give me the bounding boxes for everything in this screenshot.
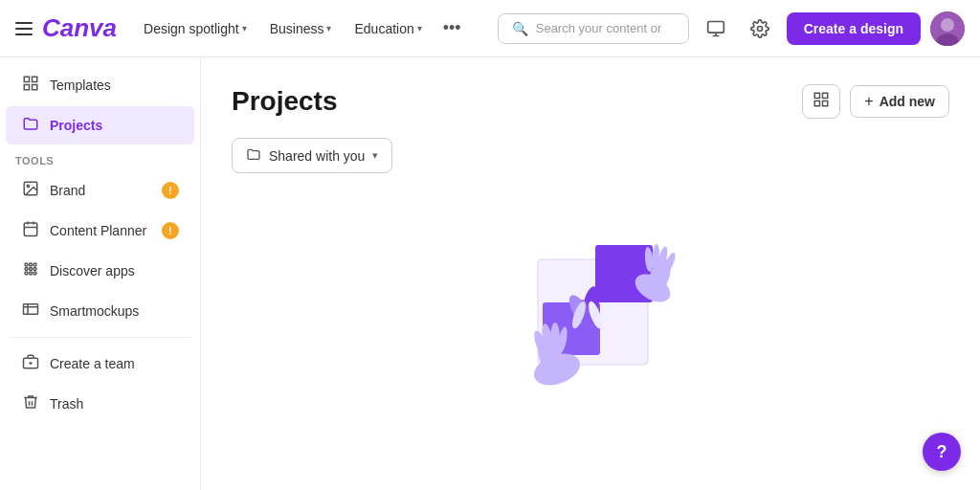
sidebar-item-label: Smartmockups — [50, 303, 179, 319]
svg-point-16 — [30, 263, 33, 266]
svg-rect-24 — [24, 304, 38, 315]
create-team-icon — [21, 353, 40, 374]
help-button[interactable]: ? — [923, 433, 961, 471]
add-new-label: Add new — [880, 94, 935, 109]
svg-point-15 — [25, 263, 28, 266]
shared-with-you-dropdown[interactable]: Shared with you ▾ — [232, 138, 392, 173]
search-icon: 🔍 — [512, 21, 528, 36]
templates-icon — [21, 75, 40, 96]
sidebar-item-discover-apps[interactable]: Discover apps — [6, 252, 194, 290]
sidebar-item-label: Templates — [50, 78, 179, 93]
sidebar-item-label: Discover apps — [50, 263, 179, 278]
more-button[interactable]: ••• — [435, 12, 469, 44]
svg-point-17 — [33, 263, 36, 266]
folder-icon — [246, 146, 261, 165]
empty-state — [232, 202, 949, 393]
nav-design-spotlight[interactable]: Design spotlight ▾ — [134, 15, 256, 42]
sidebar: Templates Projects Tools Brand ! Content… — [0, 57, 201, 490]
nav-business[interactable]: Business ▾ — [260, 15, 342, 42]
svg-point-10 — [27, 185, 29, 187]
header: Canva Design spotlight ▾ Business ▾ Educ… — [0, 0, 980, 57]
create-design-button[interactable]: Create a design — [787, 12, 921, 45]
svg-rect-6 — [33, 77, 37, 81]
svg-point-1 — [757, 26, 762, 31]
header-left: Canva Design spotlight ▾ Business ▾ Educ… — [15, 12, 469, 44]
avatar[interactable] — [930, 11, 965, 46]
chevron-down-icon: ▾ — [372, 149, 378, 162]
filter-label: Shared with you — [269, 148, 365, 164]
svg-point-18 — [25, 268, 28, 271]
projects-icon — [21, 115, 40, 136]
grid-toggle[interactable] — [802, 84, 840, 119]
sidebar-item-label: Create a team — [50, 356, 179, 371]
add-new-button[interactable]: + Add new — [850, 85, 949, 118]
page-header: Projects + Add new — [232, 84, 949, 119]
sidebar-divider — [10, 337, 190, 338]
grid-view-icon[interactable] — [803, 85, 839, 118]
discover-apps-icon — [21, 260, 40, 281]
svg-rect-7 — [24, 85, 29, 90]
main-layout: Templates Projects Tools Brand ! Content… — [0, 57, 980, 490]
menu-icon[interactable] — [15, 22, 33, 35]
tools-section-label: Tools — [0, 145, 200, 170]
canva-logo[interactable]: Canva — [42, 13, 117, 43]
content-planner-icon — [21, 220, 40, 241]
settings-icon[interactable] — [743, 11, 777, 46]
sidebar-item-create-team[interactable]: Create a team — [6, 345, 194, 383]
svg-point-22 — [30, 272, 33, 275]
svg-rect-11 — [24, 223, 37, 236]
svg-point-19 — [30, 268, 33, 271]
chevron-down-icon: ▾ — [417, 23, 422, 33]
brand-icon — [21, 180, 40, 201]
sidebar-item-content-planner[interactable]: Content Planner ! — [6, 212, 194, 250]
svg-point-3 — [941, 18, 954, 32]
svg-rect-32 — [823, 101, 828, 106]
sidebar-item-label: Projects — [50, 118, 179, 133]
plus-icon: + — [864, 93, 873, 110]
monitor-icon[interactable] — [699, 11, 733, 46]
sidebar-item-label: Trash — [50, 396, 179, 412]
svg-rect-31 — [815, 101, 820, 106]
svg-rect-29 — [815, 93, 820, 98]
sidebar-item-label: Brand — [50, 183, 152, 198]
svg-rect-8 — [33, 85, 37, 90]
chevron-down-icon: ▾ — [326, 23, 331, 33]
svg-rect-0 — [707, 21, 724, 33]
sidebar-item-label: Content Planner — [50, 223, 152, 238]
smartmockups-icon — [21, 301, 40, 322]
svg-rect-5 — [24, 77, 29, 81]
search-placeholder-text: Search your content or — [536, 21, 662, 35]
chevron-down-icon: ▾ — [242, 23, 247, 33]
sidebar-item-templates[interactable]: Templates — [6, 66, 194, 104]
sidebar-item-brand[interactable]: Brand ! — [6, 171, 194, 210]
sidebar-item-smartmockups[interactable]: Smartmockups — [6, 292, 194, 330]
sidebar-item-trash[interactable]: Trash — [6, 385, 194, 423]
trash-icon — [21, 393, 40, 414]
filter-bar: Shared with you ▾ — [232, 138, 949, 173]
nav-education[interactable]: Education ▾ — [345, 15, 431, 42]
badge-content-planner: ! — [162, 222, 179, 239]
svg-rect-30 — [823, 93, 828, 98]
nav: Design spotlight ▾ Business ▾ Education … — [134, 12, 469, 44]
svg-point-21 — [25, 272, 28, 275]
header-right: 🔍 Search your content or Create a design — [498, 11, 965, 46]
main-content: Projects + Add new Shared with you — [201, 57, 980, 490]
svg-point-20 — [33, 268, 36, 271]
sidebar-item-projects[interactable]: Projects — [6, 106, 194, 145]
page-title: Projects — [232, 86, 338, 117]
badge-brand: ! — [162, 182, 179, 199]
search-bar[interactable]: 🔍 Search your content or — [498, 13, 689, 44]
svg-point-23 — [33, 272, 36, 275]
header-actions: + Add new — [802, 84, 949, 119]
